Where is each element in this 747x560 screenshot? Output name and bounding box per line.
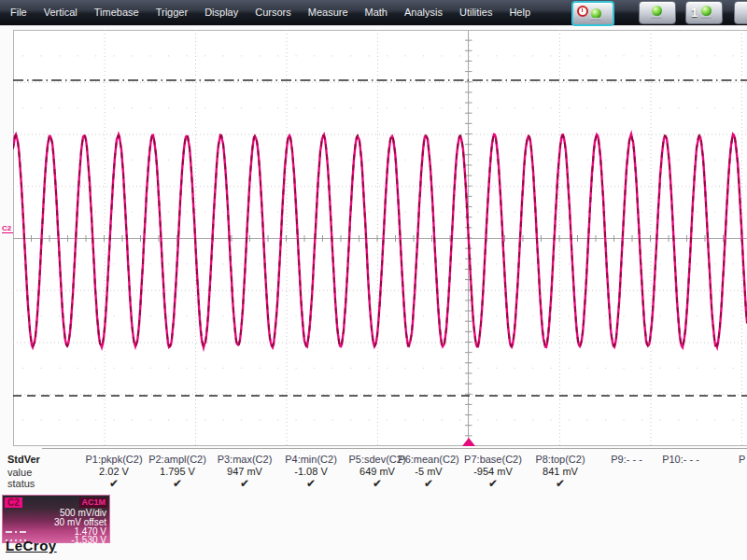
probe-button[interactable]: [639, 1, 676, 24]
p10-value: [662, 466, 699, 478]
base-level-value: -1.530 V: [71, 536, 106, 545]
menu-display[interactable]: Display: [196, 0, 247, 25]
p9-label[interactable]: P9:- - -: [611, 453, 642, 466]
menu-math[interactable]: Math: [357, 0, 396, 25]
waveform-display[interactable]: [13, 30, 747, 446]
measurement-col-p2: P2:ampl(C2) 1.795 V ✔: [148, 453, 206, 490]
p3-status-check-icon: ✔: [218, 478, 273, 490]
table-separator: [42, 448, 747, 449]
channel-badge: C2: [5, 497, 22, 508]
measurement-col-partial: P: [739, 453, 745, 466]
p-partial-label: P: [739, 453, 745, 466]
measurement-col-p6: P6:mean(C2) -5 mV ✔: [398, 453, 458, 490]
p1-label[interactable]: P1:pkpk(C2): [85, 453, 142, 466]
measurement-col-p8: P8:top(C2) 841 mV ✔: [535, 453, 585, 490]
p9-status: [611, 478, 642, 490]
p4-label[interactable]: P4:min(C2): [285, 453, 337, 466]
probe-base-icon: [700, 16, 712, 19]
menu-file[interactable]: File: [2, 0, 35, 25]
alarm-clock-icon: [577, 6, 588, 17]
p7-label[interactable]: P7:base(C2): [464, 453, 522, 466]
menu-items: File Vertical Timebase Trigger Display C…: [2, 0, 539, 25]
probe-1-label: 1: [691, 6, 698, 20]
menu-bar: File Vertical Timebase Trigger Display C…: [0, 0, 747, 26]
trigger-time-marker[interactable]: [462, 438, 475, 446]
row-header-mode: StdVer: [7, 454, 40, 466]
p9-value: [611, 466, 642, 478]
p6-label[interactable]: P6:mean(C2): [398, 453, 458, 466]
p10-status: [662, 478, 699, 490]
row-header-status: status: [7, 478, 35, 490]
measurement-table: StdVer value status P1:pkpk(C2) 2.02 V ✔…: [0, 447, 747, 492]
menu-measure[interactable]: Measure: [300, 0, 357, 25]
p2-label[interactable]: P2:ampl(C2): [148, 453, 206, 466]
menu-timebase[interactable]: Timebase: [86, 0, 148, 25]
history-timer-button[interactable]: [571, 1, 614, 26]
lecroy-logo: LeCroy: [6, 538, 57, 553]
p8-label[interactable]: P8:top(C2): [535, 453, 585, 466]
p10-label[interactable]: P10:- - -: [662, 453, 699, 466]
menu-analysis[interactable]: Analysis: [396, 0, 451, 25]
measurement-col-p9: P9:- - -: [611, 453, 642, 490]
p1-status-check-icon: ✔: [85, 478, 142, 490]
p2-status-check-icon: ✔: [148, 478, 206, 490]
measurement-col-p1: P1:pkpk(C2) 2.02 V ✔: [85, 453, 142, 490]
p4-status-check-icon: ✔: [285, 478, 337, 490]
channel-c2-zero-marker[interactable]: C2: [2, 224, 13, 233]
channel-descriptor-c2[interactable]: C2 AC1M 500 mV/div 30 mV offset 1.470 V …: [2, 495, 110, 543]
probe-partial-button[interactable]: [734, 1, 747, 24]
probe-orb-icon: [701, 6, 712, 16]
probe-orb-icon: [652, 6, 662, 16]
dashdot-line-key-icon: [6, 531, 29, 533]
menu-utilities[interactable]: Utilities: [451, 0, 500, 25]
coupling-badge: AC1M: [79, 497, 107, 508]
p6-status-check-icon: ✔: [398, 478, 458, 490]
measurement-col-p3: P3:max(C2) 947 mV ✔: [218, 453, 273, 490]
probe-base-icon: [651, 16, 662, 19]
p7-status-check-icon: ✔: [464, 478, 522, 490]
menu-cursors[interactable]: Cursors: [247, 0, 300, 25]
menu-help[interactable]: Help: [500, 0, 539, 25]
p8-status-check-icon: ✔: [535, 478, 585, 490]
menu-vertical[interactable]: Vertical: [35, 0, 86, 25]
measurement-col-p10: P10:- - -: [662, 453, 699, 490]
probe-base-icon: [590, 18, 601, 21]
measurement-col-p7: P7:base(C2) -954 mV ✔: [464, 453, 522, 490]
p3-label[interactable]: P3:max(C2): [218, 453, 273, 466]
probe-1-button[interactable]: 1: [685, 1, 723, 24]
measurement-col-p4: P4:min(C2) -1.08 V ✔: [285, 453, 337, 490]
menu-trigger[interactable]: Trigger: [148, 0, 196, 25]
oscilloscope-screen: File Vertical Timebase Trigger Display C…: [0, 0, 747, 560]
